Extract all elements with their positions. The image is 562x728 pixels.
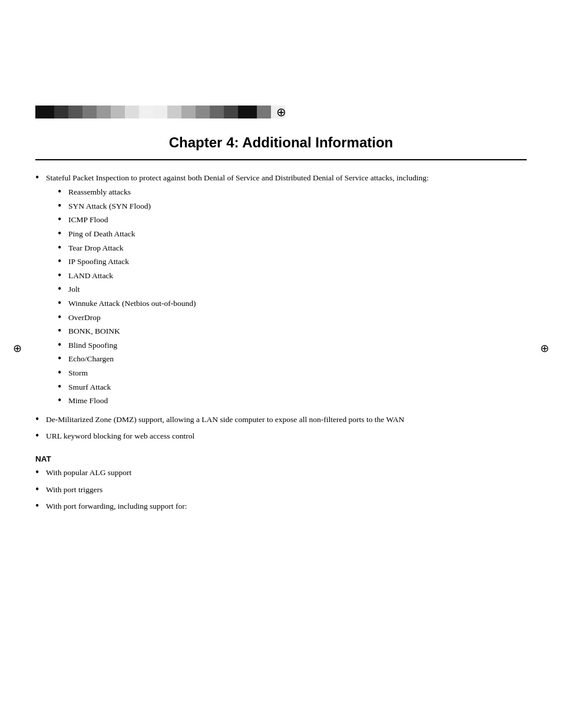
bullet-icon: •: [35, 466, 46, 479]
sub-item-text: OverDrop: [68, 312, 101, 324]
bullet-icon: •: [35, 413, 46, 426]
bullet-text: Stateful Packet Inspection to protect ag…: [46, 172, 527, 409]
main-bullet-list: • Stateful Packet Inspection to protect …: [35, 172, 527, 443]
bullet-text-content: With port triggers: [46, 484, 527, 496]
nat-section: NAT • With popular ALG support • With po…: [35, 454, 527, 513]
strip-block-2: [54, 106, 68, 118]
list-item: • BONK, BOINK: [46, 325, 527, 338]
sub-item-text: BONK, BOINK: [68, 325, 120, 337]
top-decorative-bar: ⊕: [0, 94, 562, 130]
sub-bullet-icon: •: [58, 325, 68, 338]
sub-bullet-icon: •: [58, 394, 68, 407]
sub-item-text: Smurf Attack: [68, 381, 111, 393]
rstrip-block-4: [196, 106, 210, 118]
bullet-text-content: With port forwarding, including support …: [46, 500, 527, 512]
sub-item-text: Echo/Chargen: [68, 353, 114, 365]
sub-bullet-icon: •: [58, 255, 68, 268]
list-item: • Mime Flood: [46, 395, 527, 407]
sub-item-text: SYN Attack (SYN Flood): [68, 200, 151, 212]
sub-bullet-icon: •: [58, 200, 68, 213]
sub-item-text: ICMP Flood: [68, 214, 108, 226]
page-wrapper: ⊕ Chapter 4: Additional Information ⊕ ⊕ …: [0, 94, 562, 728]
bullet-text-content: With popular ALG support: [46, 467, 527, 479]
sub-bullet-icon: •: [58, 269, 68, 282]
right-color-strip: [153, 106, 285, 118]
list-item: • With port forwarding, including suppor…: [35, 500, 527, 513]
sub-item-text: Winnuke Attack (Netbios out-of-bound): [68, 298, 196, 309]
sub-bullet-icon: •: [58, 297, 68, 310]
sub-bullet-icon: •: [58, 242, 68, 255]
rstrip-block-8: [257, 106, 271, 118]
strip-block-8: [139, 106, 153, 118]
sub-bullet-icon: •: [58, 213, 68, 226]
list-item: • LAND Attack: [46, 270, 527, 282]
sub-item-text: Jolt: [68, 284, 80, 295]
list-item: • Echo/Chargen: [46, 353, 527, 365]
list-item: • Stateful Packet Inspection to protect …: [35, 172, 527, 409]
strip-block-4: [82, 106, 97, 118]
sub-bullet-icon: •: [58, 353, 68, 365]
rstrip-block-6: [224, 106, 238, 118]
sub-bullet-icon: •: [58, 367, 68, 380]
list-item: • Blind Spoofing: [46, 340, 527, 352]
list-item: • Winnuke Attack (Netbios out-of-bound): [46, 298, 527, 310]
list-item: • De-Militarized Zone (DMZ) support, all…: [35, 414, 527, 426]
sub-bullet-icon: •: [58, 283, 68, 296]
strip-block-7: [125, 106, 139, 118]
list-item: • ICMP Flood: [46, 214, 527, 226]
rstrip-block-2: [167, 106, 181, 118]
bullet-icon: •: [35, 172, 46, 185]
sub-bullet-icon: •: [58, 339, 68, 352]
sub-bullet-icon: •: [58, 311, 68, 324]
bullet-icon: •: [35, 430, 46, 443]
nat-bullet-list: • With popular ALG support • With port t…: [35, 467, 527, 513]
sub-item-text: Storm: [68, 367, 88, 379]
sub-bullet-icon: •: [58, 381, 68, 394]
rstrip-block-3: [181, 106, 196, 118]
rstrip-block-7: [238, 106, 257, 118]
bullet-icon: •: [35, 500, 46, 513]
bullet-text-content: URL keyword blocking for web access cont…: [46, 430, 527, 442]
top-crosshair-symbol: ⊕: [276, 105, 286, 119]
sub-item-text: Ping of Death Attack: [68, 228, 135, 240]
nat-heading: NAT: [35, 454, 527, 463]
sub-bullet-icon: •: [58, 228, 68, 241]
sub-item-text: Blind Spoofing: [68, 340, 117, 351]
bullet-icon: •: [35, 483, 46, 496]
list-item: • Jolt: [46, 284, 527, 296]
list-item: • SYN Attack (SYN Flood): [46, 200, 527, 213]
strip-block-6: [111, 106, 125, 118]
sub-item-text: Mime Flood: [68, 395, 108, 407]
strip-block-3: [68, 106, 82, 118]
list-item: • Storm: [46, 367, 527, 380]
bullet-text-content: De-Militarized Zone (DMZ) support, allow…: [46, 414, 527, 426]
left-color-strip: [35, 106, 153, 118]
bullet-text-content: Stateful Packet Inspection to protect ag…: [46, 173, 429, 182]
strip-block-1: [35, 106, 54, 118]
list-item: • Tear Drop Attack: [46, 242, 527, 255]
list-item: • OverDrop: [46, 312, 527, 324]
left-side-crosshair: ⊕: [13, 342, 22, 355]
rstrip-block-1: [153, 106, 167, 118]
chapter-title: Chapter 4: Additional Information: [35, 134, 527, 151]
sub-bullet-list: • Reassembly attacks • SYN Attack (SYN F…: [46, 186, 527, 407]
list-item: • Reassembly attacks: [46, 186, 527, 199]
list-item: • With popular ALG support: [35, 467, 527, 479]
chapter-title-container: Chapter 4: Additional Information: [35, 134, 527, 160]
list-item: • Ping of Death Attack: [46, 228, 527, 241]
sub-item-text: LAND Attack: [68, 270, 113, 282]
right-side-crosshair: ⊕: [540, 342, 549, 355]
content-area: • Stateful Packet Inspection to protect …: [35, 160, 527, 513]
list-item: • IP Spoofing Attack: [46, 256, 527, 268]
list-item: • Smurf Attack: [46, 381, 527, 394]
strip-block-5: [97, 106, 111, 118]
list-item: • URL keyword blocking for web access co…: [35, 430, 527, 443]
sub-item-text: Tear Drop Attack: [68, 242, 124, 254]
sub-item-text: IP Spoofing Attack: [68, 256, 129, 268]
rstrip-block-5: [210, 106, 224, 118]
sub-bullet-icon: •: [58, 186, 68, 199]
sub-item-text: Reassembly attacks: [68, 186, 131, 198]
list-item: • With port triggers: [35, 484, 527, 496]
